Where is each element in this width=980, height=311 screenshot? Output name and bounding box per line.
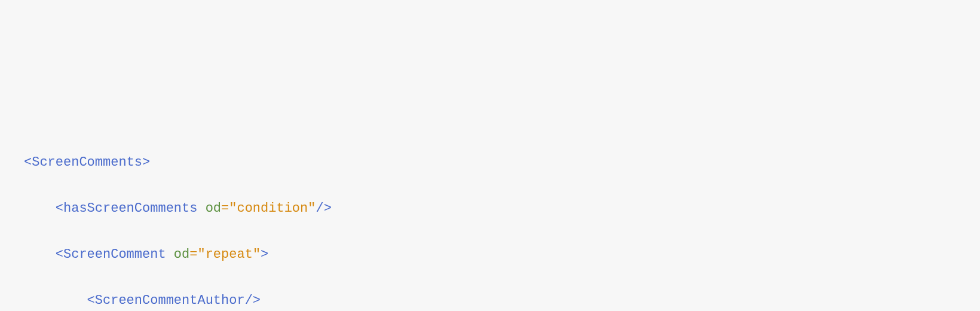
attr-quote: " xyxy=(197,247,205,262)
attr-equals: = xyxy=(189,247,197,262)
tag-self-close: /> xyxy=(316,201,331,216)
code-line-4: <ScreenCommentAuthor/> xyxy=(24,289,956,312)
tag-name: ScreenComments xyxy=(32,155,142,170)
tag-name: hasScreenComments xyxy=(63,201,197,216)
attr-value: repeat xyxy=(206,247,253,262)
tag-open-bracket: < xyxy=(24,155,32,170)
space xyxy=(166,247,174,262)
tag-name: ScreenCommentAuthor xyxy=(95,293,245,308)
attr-equals: = xyxy=(221,201,229,216)
tag-close-bracket: > xyxy=(261,247,268,262)
attr-quote: " xyxy=(308,201,316,216)
code-line-3: <ScreenComment od="repeat"> xyxy=(24,243,956,267)
tag-close-bracket: > xyxy=(142,155,150,170)
xml-code-block: <ScreenComments> <hasScreenComments od="… xyxy=(24,128,956,311)
space xyxy=(197,201,205,216)
tag-open-bracket: < xyxy=(87,293,95,308)
tag-open-bracket: < xyxy=(56,201,63,216)
tag-open-bracket: < xyxy=(56,247,63,262)
attr-value: condition xyxy=(237,201,308,216)
tag-self-close: /> xyxy=(245,293,261,308)
code-line-1: <ScreenComments> xyxy=(24,151,956,175)
attr-quote: " xyxy=(229,201,237,216)
code-line-2: <hasScreenComments od="condition"/> xyxy=(24,197,956,221)
tag-name: ScreenComment xyxy=(63,247,166,262)
attr-name: od xyxy=(174,247,189,262)
attr-name: od xyxy=(206,201,221,216)
attr-quote: " xyxy=(253,247,261,262)
